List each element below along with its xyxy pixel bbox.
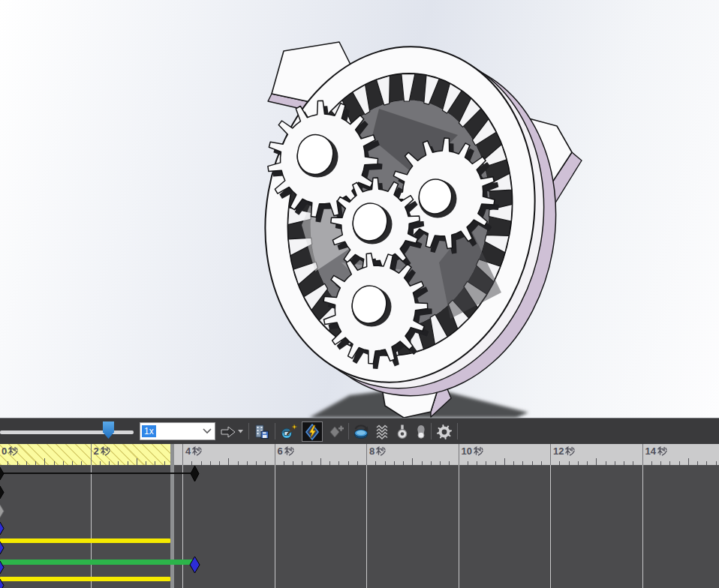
- ruler-tick: [596, 458, 597, 465]
- gear-bore: [297, 135, 333, 175]
- key-point-blue[interactable]: [0, 521, 5, 536]
- caret-down-icon: [238, 430, 243, 434]
- seconds-cjk-glyph: [284, 446, 294, 456]
- ruler-tick: [137, 458, 137, 465]
- ruler-label-number: 4: [185, 446, 191, 457]
- ruler-tick: [320, 458, 321, 465]
- key-point-blue[interactable]: [0, 541, 5, 555]
- ruler-label-number: 8: [369, 446, 375, 457]
- change-bar-yellow[interactable]: [0, 577, 170, 581]
- change-bar-yellow[interactable]: [0, 538, 170, 543]
- chevron-down-icon[interactable]: [203, 428, 212, 434]
- ruler-label: 8: [369, 446, 386, 457]
- wizard-icon: [280, 423, 298, 441]
- ruler-tick: [688, 458, 689, 465]
- ruler-label-number: 0: [2, 446, 7, 457]
- ruler-major-tick: [366, 444, 367, 465]
- ruler-label-number: 10: [462, 446, 472, 457]
- toolbar-separator: [431, 423, 432, 440]
- toolbar-separator: [248, 423, 249, 440]
- toolbar-separator: [457, 423, 458, 440]
- autokey-button[interactable]: [302, 422, 323, 442]
- ruler-label-number: 6: [278, 446, 283, 457]
- key-point-black[interactable]: [190, 465, 200, 482]
- seconds-cjk-glyph: [8, 446, 18, 456]
- gear-bore: [353, 203, 387, 241]
- ruler-major-tick: [275, 444, 275, 465]
- timeline-rows-layer: [0, 465, 719, 588]
- timeline-tracks[interactable]: [0, 465, 719, 588]
- planetary-gear-assembly: [0, 0, 719, 418]
- seconds-cjk-glyph: [565, 446, 575, 456]
- key-point-blue[interactable]: [0, 560, 5, 574]
- add-key-button[interactable]: [326, 422, 347, 442]
- toolbar-separator: [348, 423, 349, 440]
- timeline-zoom-slider-handle[interactable]: [103, 422, 114, 439]
- seconds-cjk-glyph: [376, 446, 386, 456]
- ruler-major-tick: [182, 444, 183, 465]
- key-point-black[interactable]: [0, 485, 5, 500]
- motion-study-window: 1x: [0, 0, 719, 588]
- ruler-label: 14: [645, 446, 667, 457]
- ruler-label-number: 2: [94, 446, 99, 457]
- motor-icon: [353, 423, 371, 441]
- gear-bore: [419, 179, 451, 214]
- duration-line: [0, 472, 191, 474]
- motion-study-properties-button[interactable]: [434, 422, 455, 442]
- play-mode-button[interactable]: [218, 422, 244, 442]
- spring-icon: [375, 424, 391, 440]
- ruler-major-tick: [642, 444, 643, 465]
- key-point-gray[interactable]: [0, 504, 5, 518]
- damper-button[interactable]: [392, 422, 413, 442]
- animation-wizard-button[interactable]: [278, 422, 299, 442]
- gear-icon: [435, 423, 453, 441]
- ruler-label-number: 12: [553, 446, 564, 457]
- spring-button[interactable]: [372, 422, 393, 442]
- seconds-cjk-glyph: [474, 446, 483, 456]
- playback-speed-select[interactable]: 1x: [140, 422, 215, 440]
- ruler-major-tick: [459, 444, 459, 465]
- damper-icon: [394, 424, 411, 440]
- ruler-major-tick: [550, 444, 551, 465]
- motionmanager-toolbar: 1x: [0, 418, 719, 444]
- timeline-ruler[interactable]: 02468101214: [0, 444, 719, 465]
- arrow-right-icon: [220, 424, 238, 440]
- add-key-icon: [327, 423, 345, 441]
- film-save-icon: [254, 424, 270, 440]
- motor-button[interactable]: [351, 422, 372, 442]
- ruler-tick: [228, 458, 229, 465]
- gravity-icon: [413, 424, 429, 440]
- key-point-blue[interactable]: [0, 578, 5, 588]
- ruler-major-tick: [91, 444, 92, 465]
- gear-bore: [352, 286, 387, 323]
- ruler-tick: [44, 458, 45, 465]
- change-bar-green[interactable]: [0, 560, 194, 565]
- ruler-tick: [504, 458, 505, 465]
- key-point-black[interactable]: [0, 466, 5, 481]
- ruler-label: 4: [185, 446, 202, 457]
- ruler-label: 6: [278, 446, 294, 457]
- ruler-label: 12: [553, 446, 575, 457]
- viewport-3d[interactable]: [0, 0, 719, 418]
- save-animation-button[interactable]: [251, 422, 272, 442]
- ruler-tick: [412, 458, 413, 465]
- playback-speed-value: 1x: [142, 425, 156, 437]
- autokey-icon: [302, 422, 322, 442]
- ruler-label-number: 14: [645, 446, 656, 457]
- seconds-cjk-glyph: [101, 446, 110, 456]
- key-point-blue[interactable]: [189, 556, 200, 574]
- ruler-label: 2: [94, 446, 110, 457]
- ruler-label: 10: [462, 446, 483, 457]
- seconds-cjk-glyph: [657, 446, 667, 456]
- ruler-label: 0: [2, 446, 18, 457]
- seconds-cjk-glyph: [192, 446, 202, 456]
- gravity-button[interactable]: [411, 422, 432, 442]
- toolbar-separator: [275, 423, 275, 440]
